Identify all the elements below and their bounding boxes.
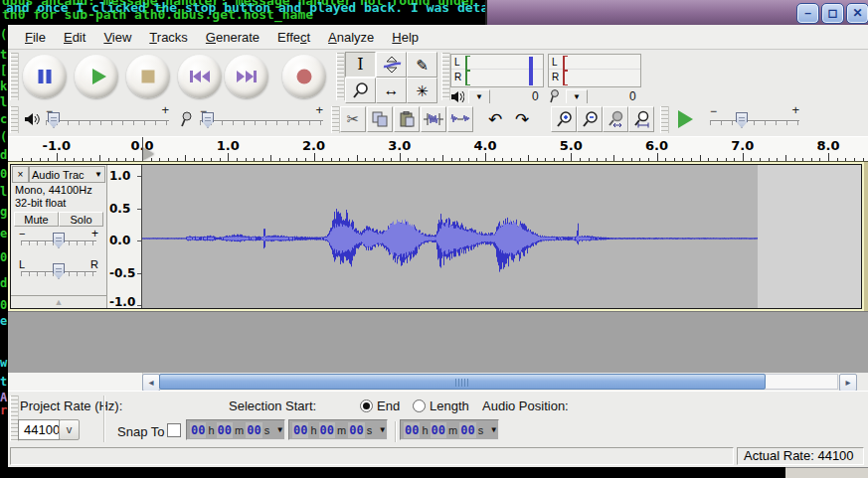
zoom-in-button[interactable]	[551, 106, 577, 132]
zoom-tool-button[interactable]	[345, 78, 376, 103]
playback-meter-dropdown[interactable]: ▼	[468, 89, 490, 104]
timeline-ruler[interactable]: -1.00.01.02.03.04.05.06.07.08.0	[8, 136, 868, 162]
minutes-value[interactable]: 00	[217, 422, 233, 438]
ruler-tick	[365, 158, 366, 161]
selection-start-field[interactable]: 00h 00m 00s ▼	[186, 419, 285, 440]
slider-thumb[interactable]	[48, 112, 60, 128]
tracks-background[interactable]	[8, 311, 868, 374]
fit-project-button[interactable]	[628, 106, 654, 132]
menu-tracks[interactable]: Tracks	[140, 27, 197, 48]
selection-end-field[interactable]: 00h 00m 00s ▼	[288, 419, 388, 440]
track-collapse-button[interactable]: ▲	[11, 295, 106, 308]
selection-tool-button[interactable]: I	[345, 52, 376, 78]
hours-value[interactable]: 00	[404, 422, 420, 438]
fit-selection-button[interactable]	[603, 106, 628, 132]
seconds-value[interactable]: 00	[348, 422, 364, 438]
menu-help[interactable]: Help	[383, 27, 428, 48]
recording-meter[interactable]: L R	[548, 54, 641, 87]
menu-effect[interactable]: Effect	[268, 27, 319, 48]
multi-tool-button[interactable]: ✳	[407, 78, 437, 103]
hours-value[interactable]: 00	[292, 422, 308, 438]
toolbar-grip[interactable]	[331, 106, 340, 133]
maximize-button[interactable]: ◻	[821, 3, 844, 24]
solo-button[interactable]: Solo	[59, 212, 103, 227]
minutes-value[interactable]: 00	[431, 422, 446, 438]
track-menu-button[interactable]: Audio Trac ▼	[29, 166, 105, 183]
copy-button[interactable]	[367, 106, 393, 132]
play-cursor-marker[interactable]	[143, 148, 154, 160]
play-speed-slider[interactable]: − +	[710, 107, 799, 131]
chevron-down-icon[interactable]: ▼	[277, 425, 282, 434]
length-radio[interactable]	[413, 399, 426, 412]
cut-button[interactable]: ✂	[340, 106, 366, 132]
toolbar-dock-second: − + − + ✂	[8, 103, 868, 137]
minimize-button[interactable]: –	[796, 3, 819, 24]
speaker-icon	[24, 112, 40, 126]
track-close-button[interactable]: ×	[12, 166, 29, 183]
scrollbar-thumb[interactable]	[159, 374, 766, 390]
chevron-down-icon[interactable]: ▼	[491, 425, 496, 434]
playback-meter[interactable]: L R	[450, 54, 544, 87]
chevron-down-icon[interactable]: ▼	[380, 425, 385, 434]
mute-button[interactable]: Mute	[14, 212, 59, 227]
trim-outside-selection-button[interactable]	[421, 106, 446, 132]
play-button[interactable]	[75, 55, 118, 98]
ruler-tick	[322, 158, 323, 161]
menu-file[interactable]: File	[16, 27, 55, 48]
menu-generate[interactable]: Generate	[197, 27, 268, 48]
seconds-value[interactable]: 00	[459, 422, 475, 438]
envelope-tool-button[interactable]	[376, 52, 407, 78]
window-titlebar[interactable]: – ◻ ✕	[485, 0, 868, 25]
toolbar-grip[interactable]	[10, 53, 19, 100]
seconds-value[interactable]: 00	[246, 422, 261, 438]
minutes-value[interactable]: 00	[319, 422, 335, 438]
snap-to-checkbox[interactable]	[167, 423, 181, 437]
paste-button[interactable]	[394, 106, 420, 132]
undo-button[interactable]: ↶	[482, 106, 508, 132]
draw-tool-button[interactable]: ✎	[407, 52, 437, 78]
pan-slider[interactable]: L R	[19, 259, 98, 281]
slider-thumb[interactable]	[53, 263, 65, 279]
play-at-speed-button[interactable]	[670, 105, 700, 133]
slider-thumb[interactable]	[202, 112, 214, 128]
hours-value[interactable]: 00	[190, 422, 206, 438]
end-radio[interactable]	[360, 399, 373, 412]
audio-position-field[interactable]: 00h 00m 00s ▼	[400, 419, 499, 440]
silence-selection-button[interactable]	[447, 106, 473, 132]
menu-analyze[interactable]: Analyze	[319, 27, 383, 48]
menu-edit[interactable]: Edit	[55, 27, 94, 48]
scroll-right-button[interactable]: ▸	[839, 374, 857, 392]
vruler-tick	[137, 273, 141, 274]
project-rate-dropdown[interactable]: v	[59, 419, 80, 440]
input-volume-slider[interactable]: − +	[200, 107, 323, 131]
close-button[interactable]: ✕	[846, 3, 868, 24]
record-button[interactable]	[282, 55, 326, 98]
output-volume-slider[interactable]: − +	[46, 107, 169, 131]
scrollbar-grip	[455, 379, 468, 387]
horizontal-scrollbar[interactable]: ◂ ▸	[8, 373, 868, 391]
scroll-left-button[interactable]: ◂	[142, 374, 160, 392]
redo-button[interactable]: ↷	[509, 106, 535, 132]
project-rate-value[interactable]: 44100	[18, 419, 60, 440]
meter-bracket	[465, 56, 470, 71]
ruler-tick	[314, 153, 315, 161]
stop-button[interactable]	[126, 55, 170, 98]
time-shift-tool-button[interactable]: ↔	[376, 78, 407, 103]
ruler-tick	[845, 158, 846, 161]
gain-slider[interactable]: − +	[19, 229, 98, 250]
slider-thumb[interactable]	[736, 112, 748, 128]
toolbar-grip[interactable]	[660, 106, 669, 133]
ruler-tick	[383, 158, 384, 161]
skip-to-end-button[interactable]	[225, 55, 268, 98]
pause-button[interactable]	[23, 55, 67, 98]
zoom-out-button[interactable]	[577, 106, 603, 132]
toolbar-grip[interactable]	[336, 53, 345, 100]
toolbar-grip[interactable]	[441, 53, 450, 100]
waveform-display[interactable]	[142, 165, 861, 308]
slider-thumb[interactable]	[53, 233, 65, 248]
menu-view[interactable]: View	[94, 27, 140, 48]
recording-meter-dropdown[interactable]: ▼	[566, 89, 588, 104]
toolbar-grip[interactable]	[10, 106, 19, 133]
skip-to-start-button[interactable]	[178, 55, 222, 98]
vertical-ruler[interactable]: 1.00.50.0-0.5-1.0	[107, 165, 142, 308]
